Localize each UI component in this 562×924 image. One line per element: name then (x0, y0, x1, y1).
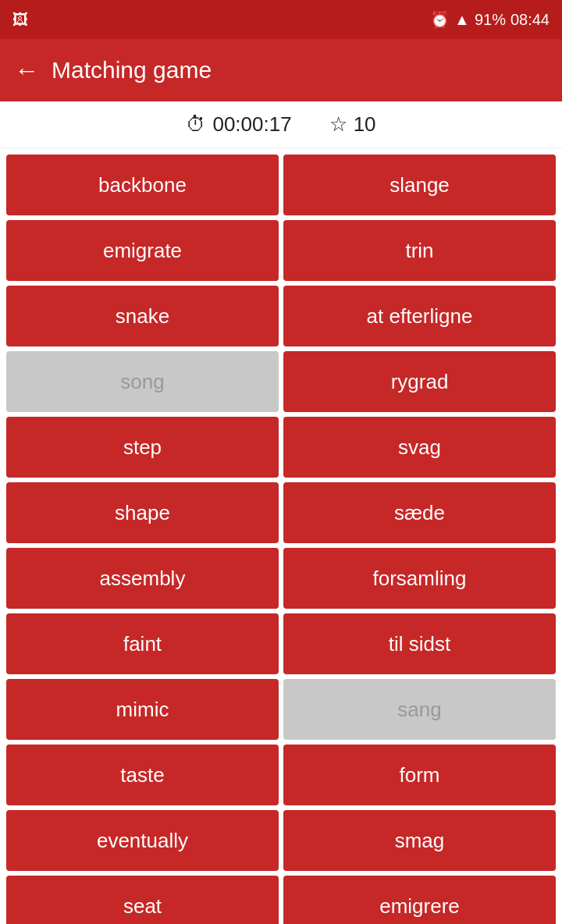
word-btn-eventually[interactable]: eventually (6, 810, 279, 871)
timer-value: 00:00:17 (212, 112, 291, 137)
word-btn-rygrad[interactable]: rygrad (283, 351, 556, 412)
word-btn-backbone[interactable]: backbone (6, 155, 279, 215)
word-btn-sang[interactable]: sang (283, 679, 556, 740)
word-btn-step[interactable]: step (6, 417, 279, 478)
word-btn-taste[interactable]: taste (6, 745, 279, 805)
word-btn-trin[interactable]: trin (283, 220, 556, 281)
page-title: Matching game (52, 57, 212, 84)
star-icon: ☆ (329, 112, 347, 137)
word-btn-smag[interactable]: smag (283, 810, 556, 871)
word-grid: backboneslangeemigratetrinsnakeat efterl… (6, 155, 556, 924)
word-btn-saede[interactable]: sæde (283, 482, 556, 543)
score-value: 10 (354, 112, 376, 137)
signal-icon: ▲ (454, 11, 470, 29)
status-left-icons: 🖼 (12, 11, 28, 29)
back-button[interactable]: ← (14, 56, 39, 85)
timer-row: ⏱ 00:00:17 ☆ 10 (0, 101, 562, 148)
word-btn-svag[interactable]: svag (283, 417, 556, 478)
word-btn-faint[interactable]: faint (6, 613, 279, 674)
clock-icon: ⏱ (186, 112, 206, 137)
score-section: ☆ 10 (329, 112, 376, 137)
word-btn-shape[interactable]: shape (6, 482, 279, 543)
word-btn-mimic[interactable]: mimic (6, 679, 279, 740)
word-btn-seat[interactable]: seat (6, 876, 279, 924)
toolbar: ← Matching game (0, 39, 562, 101)
word-btn-assembly[interactable]: assembly (6, 548, 279, 609)
game-area: backboneslangeemigratetrinsnakeat efterl… (0, 148, 562, 924)
status-icons: ⏰ ▲ 91% 08:44 (430, 10, 550, 29)
time-display: 08:44 (510, 11, 550, 29)
notification-icon: 🖼 (12, 11, 28, 28)
word-btn-emigrate[interactable]: emigrate (6, 220, 279, 281)
timer-section: ⏱ 00:00:17 (186, 112, 291, 137)
word-btn-at-efterligne[interactable]: at efterligne (283, 286, 556, 346)
status-bar: 🖼 ⏰ ▲ 91% 08:44 (0, 0, 562, 39)
word-btn-slange[interactable]: slange (283, 155, 556, 215)
word-btn-til-sidst[interactable]: til sidst (283, 613, 556, 674)
word-btn-form[interactable]: form (283, 745, 556, 805)
alarm-icon: ⏰ (430, 10, 450, 29)
word-btn-emigrere[interactable]: emigrere (283, 876, 556, 924)
battery-text: 91% (475, 11, 506, 29)
word-btn-forsamling[interactable]: forsamling (283, 548, 556, 609)
word-btn-snake[interactable]: snake (6, 286, 279, 346)
word-btn-song[interactable]: song (6, 351, 279, 412)
